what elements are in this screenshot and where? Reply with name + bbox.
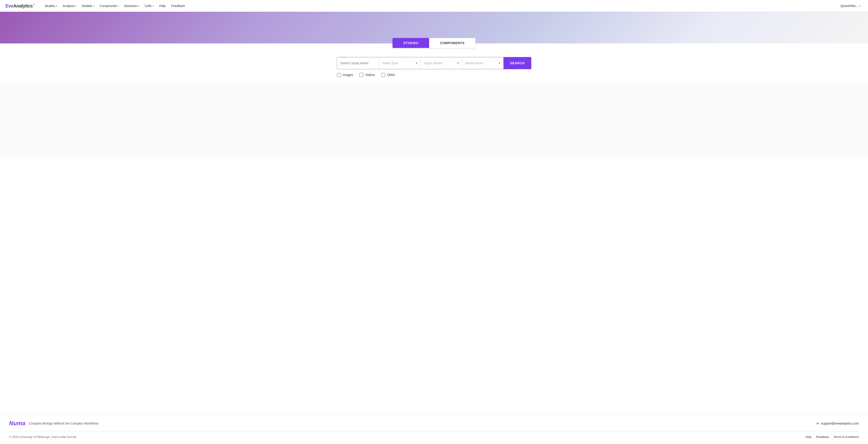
- footer-top: Numa Complex Biology Without the Complex…: [9, 420, 859, 431]
- mail-icon: ✉: [816, 422, 819, 425]
- footer-links: Help Feedback Terms & Conditions: [805, 435, 859, 439]
- study-type-label: Study Type: [382, 61, 398, 65]
- nav-item-cells[interactable]: Cells ▾: [143, 3, 156, 9]
- nav-menu: Studies ▾ Analysis ▾ Models ▾ Compounds …: [42, 3, 838, 9]
- navbar: EveAnalytics™ Studies ▾ Analysis ▾ Model…: [0, 0, 868, 12]
- nav-label-analysis: Analysis: [63, 4, 74, 8]
- tab-studies[interactable]: STUDIES: [393, 38, 429, 48]
- chevron-down-icon: ▾: [153, 5, 154, 7]
- checkbox-row: Images Videos OMIC: [337, 73, 531, 77]
- nav-label-models: Models: [82, 4, 92, 8]
- search-field-wrapper: Search: [337, 57, 379, 69]
- images-checkbox[interactable]: [337, 73, 341, 77]
- chevron-down-icon: ▾: [499, 61, 500, 65]
- chevron-down-icon: ▾: [457, 61, 459, 65]
- model-name-select[interactable]: Model Name ▾: [462, 57, 504, 69]
- search-section: Search Study Type ▾ Organ Model ▾ Model …: [0, 48, 868, 84]
- nav-label-studies: Studies: [45, 4, 55, 8]
- model-name-label: Model Name: [465, 61, 483, 65]
- footer-link-terms[interactable]: Terms & Conditions: [833, 435, 859, 439]
- username-label: QuinnKWo...: [840, 4, 858, 8]
- content-area: [0, 84, 868, 156]
- organ-model-label: Organ Model: [424, 61, 442, 65]
- nav-item-help[interactable]: Help: [157, 3, 168, 9]
- chevron-down-icon: ▾: [75, 5, 76, 7]
- omic-checkbox[interactable]: [381, 73, 385, 77]
- tab-components[interactable]: COMPONENTS: [429, 38, 475, 48]
- nav-item-diseases[interactable]: Diseases ▾: [122, 3, 142, 9]
- videos-label: Videos: [365, 73, 375, 77]
- nav-label-compounds: Compounds: [100, 4, 117, 8]
- study-type-select[interactable]: Study Type ▾: [379, 57, 421, 69]
- footer-link-feedback[interactable]: Feedback: [816, 435, 829, 439]
- footer-tagline: Complex Biology Without the Complex Work…: [29, 422, 98, 425]
- nav-label-diseases: Diseases: [124, 4, 137, 8]
- footer-email[interactable]: support@eveanalytics.com: [821, 422, 859, 425]
- footer-contact: ✉ support@eveanalytics.com: [816, 422, 859, 425]
- videos-checkbox-item[interactable]: Videos: [359, 73, 375, 77]
- brand-analytics: Analytics: [13, 3, 33, 8]
- videos-checkbox[interactable]: [359, 73, 363, 77]
- main-content: STUDIES COMPONENTS Search Study Type ▾ O…: [0, 43, 868, 414]
- nav-item-models[interactable]: Models ▾: [80, 3, 96, 9]
- nav-label-cells: Cells: [145, 4, 152, 8]
- footer-copyright: © 2024 University of Pittsburgh. Used un…: [9, 435, 76, 439]
- footer-link-help[interactable]: Help: [805, 435, 811, 439]
- images-checkbox-item[interactable]: Images: [337, 73, 353, 77]
- chevron-down-icon: ▾: [118, 5, 119, 7]
- organ-model-select[interactable]: Organ Model ▾: [421, 57, 462, 69]
- tabs-container: STUDIES COMPONENTS: [0, 38, 868, 48]
- images-label: Images: [343, 73, 353, 77]
- footer: Numa Complex Biology Without the Complex…: [0, 414, 868, 444]
- chevron-down-icon: ▾: [859, 5, 860, 7]
- numa-logo: Numa: [9, 420, 25, 427]
- omic-checkbox-item[interactable]: OMIC: [381, 73, 396, 77]
- brand-eve: Eve: [5, 3, 13, 8]
- nav-item-feedback[interactable]: Feedback: [169, 3, 187, 9]
- nav-label-help: Help: [159, 4, 166, 8]
- tabs-wrapper: STUDIES COMPONENTS: [393, 38, 475, 48]
- search-button[interactable]: SEARCH: [503, 57, 531, 69]
- chevron-down-icon: ▾: [138, 5, 139, 7]
- brand-logo[interactable]: EveAnalytics™: [5, 3, 35, 8]
- footer-brand: Numa Complex Biology Without the Complex…: [9, 420, 98, 427]
- brand-trademark: ™: [33, 3, 35, 6]
- omic-label: OMIC: [387, 73, 396, 77]
- nav-item-analysis[interactable]: Analysis ▾: [60, 3, 79, 9]
- chevron-down-icon: ▾: [416, 61, 417, 65]
- search-input[interactable]: [337, 57, 379, 69]
- chevron-down-icon: ▾: [56, 5, 57, 7]
- chevron-down-icon: ▾: [93, 5, 94, 7]
- nav-label-feedback: Feedback: [171, 4, 185, 8]
- search-field-label: Search: [339, 57, 349, 58]
- footer-bottom: © 2024 University of Pittsburgh. Used un…: [9, 431, 859, 439]
- user-menu[interactable]: QuinnKWo... ▾: [838, 3, 863, 9]
- nav-item-compounds[interactable]: Compounds ▾: [97, 3, 121, 9]
- nav-item-studies[interactable]: Studies ▾: [42, 3, 60, 9]
- search-row: Search Study Type ▾ Organ Model ▾ Model …: [337, 57, 531, 69]
